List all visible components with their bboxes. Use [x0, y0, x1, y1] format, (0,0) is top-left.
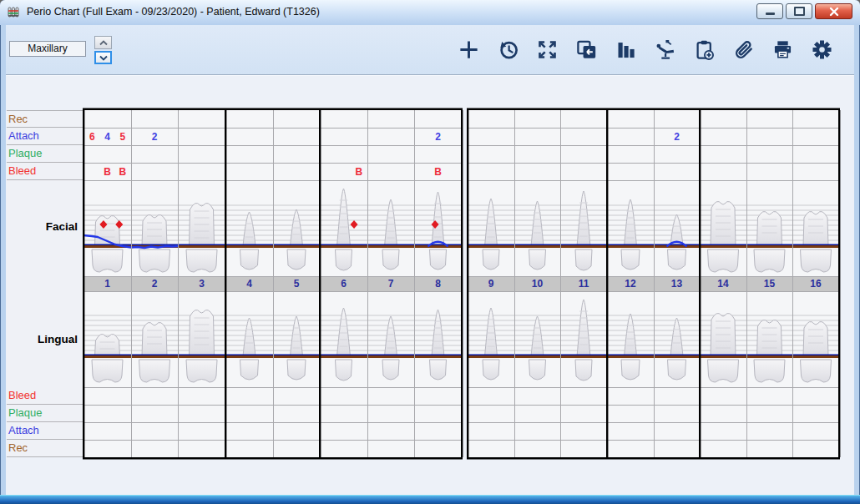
- attachments-icon: [732, 38, 755, 61]
- tooth-number-14[interactable]: 14: [700, 276, 746, 291]
- toolbar: Maxillary: [6, 25, 854, 75]
- row-label-rec-top: Rec: [7, 110, 83, 128]
- tooth-6-facial[interactable]: [320, 180, 367, 276]
- add-measurement-icon: [458, 38, 480, 61]
- tooth-9-facial[interactable]: [468, 180, 514, 276]
- tooth-5-lingual[interactable]: [273, 291, 320, 387]
- tooth-10-lingual[interactable]: [514, 291, 560, 387]
- minimize-icon: [766, 13, 775, 15]
- chart-area: RecAttachPlaqueBleedBleedPlaqueAttachRec…: [6, 76, 854, 496]
- tooth-number-4[interactable]: 4: [225, 276, 273, 291]
- tooth-1-lingual[interactable]: [83, 291, 131, 387]
- close-button[interactable]: [815, 3, 852, 19]
- graph-summary-button[interactable]: [614, 38, 637, 63]
- tooth-14-facial[interactable]: [700, 180, 746, 276]
- dental-chair-button[interactable]: [653, 38, 676, 63]
- tooth-number-11[interactable]: 11: [560, 276, 607, 291]
- tooth-7-facial[interactable]: [367, 180, 414, 276]
- tooth-1-facial[interactable]: [83, 180, 131, 276]
- close-icon: [829, 7, 839, 17]
- switch-chart-view-button[interactable]: [574, 38, 598, 63]
- facial-label: Facial: [7, 220, 78, 233]
- tooth-number-16[interactable]: 16: [792, 276, 839, 291]
- arch-selector-value: Maxillary: [9, 41, 86, 57]
- tooth-number-5[interactable]: 5: [273, 276, 320, 291]
- tooth-number-7[interactable]: 7: [367, 276, 414, 291]
- attach-value-tooth-2[interactable]: 2: [152, 131, 158, 143]
- switch-chart-view-icon: [575, 38, 598, 61]
- tooth-14-lingual[interactable]: [700, 291, 746, 387]
- app-icon: [8, 6, 21, 19]
- window-controls: [756, 3, 852, 19]
- settings-button[interactable]: [810, 38, 833, 63]
- print-button[interactable]: [771, 38, 794, 63]
- toolbar-icons: [457, 36, 833, 63]
- attachments-button[interactable]: [731, 38, 755, 63]
- bleed-mark-tooth-1[interactable]: B: [119, 166, 126, 178]
- row-label-bleed-bottom: Bleed: [7, 387, 83, 405]
- tooth-13-facial[interactable]: [654, 180, 700, 276]
- exam-history-icon: [497, 38, 519, 61]
- tooth-3-facial[interactable]: [178, 180, 225, 276]
- attach-value-tooth-8[interactable]: 2: [435, 131, 441, 143]
- arch-down-button[interactable]: [94, 51, 112, 64]
- tooth-16-facial[interactable]: [792, 180, 839, 276]
- tooth-11-lingual[interactable]: [560, 291, 607, 387]
- tooth-number-1[interactable]: 1: [83, 276, 131, 291]
- tooth-number-8[interactable]: 8: [414, 276, 462, 291]
- tooth-15-facial[interactable]: [746, 180, 792, 276]
- attach-value-tooth-13[interactable]: 2: [674, 131, 680, 143]
- window-bottom-border: [0, 495, 860, 504]
- tooth-4-facial[interactable]: [225, 180, 273, 276]
- attach-value-tooth-1[interactable]: 6: [89, 131, 95, 143]
- tooth-7-lingual[interactable]: [367, 291, 414, 387]
- window-title: Perio Chart (Full Exam - 09/23/2020) - P…: [27, 6, 320, 18]
- tooth-8-lingual[interactable]: [414, 291, 462, 387]
- tooth-number-15[interactable]: 15: [746, 276, 792, 291]
- tooth-12-lingual[interactable]: [607, 291, 654, 387]
- print-icon: [771, 38, 794, 61]
- tooth-8-facial[interactable]: [414, 180, 462, 276]
- bleed-mark-tooth-6[interactable]: B: [355, 166, 362, 178]
- settings-icon: [811, 38, 833, 61]
- minimize-button[interactable]: [756, 3, 783, 19]
- tooth-number-9[interactable]: 9: [468, 276, 514, 291]
- bleed-mark-tooth-8[interactable]: B: [434, 166, 442, 178]
- tooth-9-lingual[interactable]: [468, 291, 514, 387]
- perio-chart-window: Perio Chart (Full Exam - 09/23/2020) - P…: [0, 0, 860, 504]
- row-label-bleed-top: Bleed: [7, 163, 83, 180]
- dental-chair-icon: [654, 38, 676, 61]
- copy-exam-clipboard-button[interactable]: [692, 38, 716, 63]
- tooth-number-6[interactable]: 6: [320, 276, 367, 291]
- tooth-2-facial[interactable]: [131, 180, 178, 276]
- tooth-11-facial[interactable]: [560, 180, 607, 276]
- tooth-number-13[interactable]: 13: [654, 276, 700, 291]
- tooth-number-3[interactable]: 3: [178, 276, 225, 291]
- tooth-6-lingual[interactable]: [320, 291, 367, 387]
- maximize-button[interactable]: [786, 3, 812, 19]
- full-screen-icon: [536, 38, 559, 61]
- arch-up-button[interactable]: [94, 36, 112, 49]
- tooth-2-lingual[interactable]: [131, 291, 178, 387]
- attach-value-tooth-1[interactable]: 5: [119, 131, 125, 143]
- add-measurement-button[interactable]: [457, 38, 480, 63]
- tooth-12-facial[interactable]: [607, 180, 654, 276]
- row-label-attach-top: Attach: [7, 128, 83, 145]
- exam-history-button[interactable]: [496, 38, 519, 63]
- tooth-13-lingual[interactable]: [654, 291, 700, 387]
- tooth-4-lingual[interactable]: [225, 291, 273, 387]
- tooth-5-facial[interactable]: [273, 180, 320, 276]
- tooth-15-lingual[interactable]: [746, 291, 792, 387]
- lingual-label: Lingual: [7, 333, 78, 345]
- tooth-16-lingual[interactable]: [792, 291, 839, 387]
- tooth-number-2[interactable]: 2: [131, 276, 178, 291]
- tooth-number-12[interactable]: 12: [607, 276, 654, 291]
- tooth-3-lingual[interactable]: [178, 291, 225, 387]
- tooth-10-facial[interactable]: [514, 180, 560, 276]
- bleed-mark-tooth-1[interactable]: B: [104, 166, 111, 178]
- full-screen-button[interactable]: [535, 38, 559, 63]
- tooth-number-10[interactable]: 10: [514, 276, 560, 291]
- attach-value-tooth-1[interactable]: 4: [104, 131, 110, 143]
- title-bar[interactable]: Perio Chart (Full Exam - 09/23/2020) - P…: [0, 0, 860, 25]
- row-label-attach-bottom: Attach: [7, 422, 83, 440]
